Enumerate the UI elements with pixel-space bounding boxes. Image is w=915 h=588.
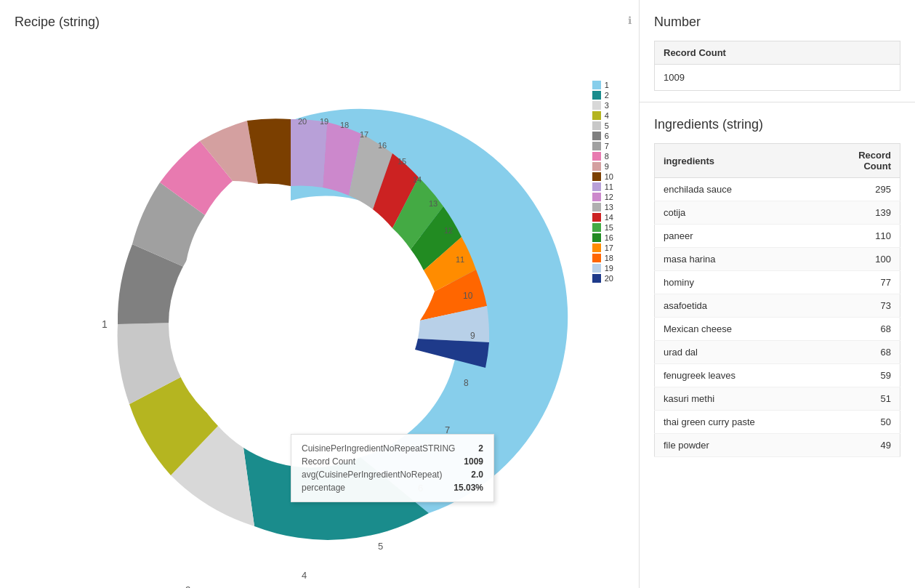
legend-label-4: 4: [605, 111, 609, 120]
legend-item-20: 20: [592, 274, 613, 283]
ingredients-table-row: Mexican cheese 68: [655, 318, 900, 341]
legend-label-6: 6: [605, 132, 609, 140]
legend-color-20: [592, 274, 601, 283]
legend-label-16: 16: [605, 233, 613, 242]
legend-color-10: [592, 172, 601, 181]
ingredient-count: 295: [842, 178, 900, 201]
ingredient-name: thai green curry paste: [655, 411, 842, 434]
legend-label-11: 11: [605, 182, 613, 191]
ingredients-col-header: ingredients: [655, 144, 842, 178]
ingredients-table-row: hominy 77: [655, 271, 900, 294]
ingredients-table-row: fenugreek leaves 59: [655, 364, 900, 387]
legend-label-9: 9: [605, 162, 609, 171]
number-section: Number Record Count 1009: [640, 0, 915, 102]
segment-20[interactable]: [415, 339, 489, 368]
ingredients-section-title: Ingredients (string): [654, 117, 900, 132]
ingredients-table-row: paneer 110: [655, 225, 900, 248]
legend-color-9: [592, 162, 601, 171]
segment-11[interactable]: [291, 119, 327, 188]
ingredients-table-row: asafoetida 73: [655, 294, 900, 318]
ingredient-count: 77: [842, 271, 900, 294]
legend-color-14: [592, 213, 601, 222]
legend-label-20: 20: [605, 274, 613, 283]
ingredients-table-row: urad dal 68: [655, 341, 900, 364]
ingredient-name: Mexican cheese: [655, 318, 842, 341]
label-20: 20: [298, 117, 307, 126]
label-16: 16: [378, 141, 387, 150]
legend-label-12: 12: [605, 193, 613, 201]
legend-color-16: [592, 233, 601, 242]
legend-color-5: [592, 121, 601, 130]
legend-color-1: [592, 81, 601, 89]
legend-item-4: 4: [592, 111, 613, 120]
ingredient-name: cotija: [655, 201, 842, 225]
chart-legend: 1 2 3 4 5 6 7: [592, 81, 613, 283]
label-7: 7: [445, 424, 450, 435]
label-11: 11: [456, 255, 464, 264]
donut-chart: 1 2 20 19 18 17 16 15 14 13 12 11 10 9 8…: [15, 41, 610, 588]
legend-color-19: [592, 264, 601, 273]
ingredient-count: 73: [842, 294, 900, 318]
ingredients-table-row: enchilada sauce 295: [655, 178, 900, 201]
ingredient-count: 50: [842, 411, 900, 434]
legend-color-18: [592, 254, 601, 262]
ingredient-count: 59: [842, 364, 900, 387]
legend-label-17: 17: [605, 243, 613, 252]
count-col-header: RecordCount: [842, 144, 900, 178]
number-section-title: Number: [654, 15, 900, 30]
legend-color-11: [592, 182, 601, 191]
label-2: 2: [185, 584, 190, 588]
legend-item-8: 8: [592, 152, 613, 161]
legend-label-7: 7: [605, 142, 609, 150]
legend-color-15: [592, 223, 601, 232]
label-17: 17: [360, 130, 368, 139]
legend-label-8: 8: [605, 152, 609, 161]
ingredients-table-row: masa harina 100: [655, 248, 900, 271]
legend-item-13: 13: [592, 203, 613, 212]
legend-label-2: 2: [605, 91, 609, 100]
ingredient-count: 49: [842, 434, 900, 457]
legend-item-12: 12: [592, 193, 613, 201]
label-5: 5: [378, 541, 383, 552]
legend-item-9: 9: [592, 162, 613, 171]
ingredient-count: 110: [842, 225, 900, 248]
ingredient-count: 139: [842, 201, 900, 225]
ingredient-name: fenugreek leaves: [655, 364, 842, 387]
number-table-header: Record Count: [655, 41, 900, 65]
legend-item-11: 11: [592, 182, 613, 191]
number-table-value: 1009: [655, 65, 900, 91]
ingredient-count: 51: [842, 387, 900, 411]
legend-label-15: 15: [605, 223, 613, 232]
legend-color-7: [592, 142, 601, 150]
info-icon[interactable]: ℹ: [628, 15, 632, 26]
legend-item-17: 17: [592, 243, 613, 252]
ingredients-table-wrap[interactable]: ingredients RecordCount enchilada sauce …: [654, 143, 900, 581]
label-13: 13: [429, 199, 438, 208]
ingredients-table-row: cotija 139: [655, 201, 900, 225]
legend-item-2: 2: [592, 91, 613, 100]
legend-item-10: 10: [592, 172, 613, 181]
legend-label-14: 14: [605, 213, 613, 222]
label-14: 14: [413, 175, 422, 184]
ingredient-name: asafoetida: [655, 294, 842, 318]
ingredients-table-row: thai green curry paste 50: [655, 411, 900, 434]
label-4: 4: [302, 570, 307, 581]
ingredient-count: 68: [842, 341, 900, 364]
legend-label-19: 19: [605, 264, 613, 273]
ingredients-table: ingredients RecordCount enchilada sauce …: [654, 143, 900, 457]
number-table-row: 1009: [655, 65, 900, 91]
chart-area: 1 2 20 19 18 17 16 15 14 13 12 11 10 9 8…: [15, 41, 624, 571]
chart-panel: Recipe (string) ℹ: [0, 0, 639, 588]
legend-label-13: 13: [605, 203, 613, 212]
ingredients-table-row: file powder 49: [655, 434, 900, 457]
legend-color-4: [592, 111, 601, 120]
ingredients-table-header-row: ingredients RecordCount: [655, 144, 900, 178]
legend-color-8: [592, 152, 601, 161]
number-table: Record Count 1009: [654, 41, 900, 91]
legend-color-12: [592, 193, 601, 201]
label-1: 1: [102, 318, 108, 330]
label-8: 8: [464, 378, 469, 388]
legend-item-14: 14: [592, 213, 613, 222]
ingredient-name: enchilada sauce: [655, 178, 842, 201]
legend-color-13: [592, 203, 601, 212]
